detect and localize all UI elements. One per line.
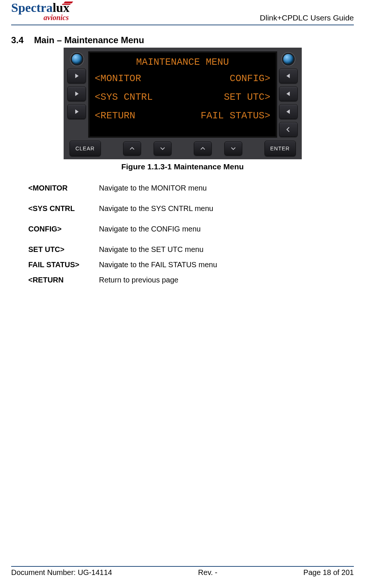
desc-row: CONFIG> Navigate to the CONFIG menu — [28, 225, 354, 233]
desc-term: SET UTC> — [28, 245, 99, 254]
screen-r3: FAIL STATUS> — [201, 111, 270, 121]
status-led-right — [282, 53, 295, 65]
desc-row: <SYS CNTRL Navigate to the SYS CNTRL men… — [28, 204, 354, 213]
desc-row: <RETURN Return to previous page — [28, 276, 354, 284]
screen-row-3: <RETURN FAIL STATUS> — [95, 111, 270, 121]
description-list: <MONITOR Navigate to the MONITOR menu <S… — [28, 184, 354, 284]
section-heading: 3.4 Main – Maintenance Menu — [11, 35, 354, 45]
clear-label: CLEAR — [76, 146, 95, 151]
cdu-device: MAINTENANCE MENU <MONITOR CONFIG> <SYS C… — [64, 48, 302, 159]
desc-text: Navigate to the CONFIG menu — [99, 225, 201, 233]
lsk-l2[interactable] — [67, 86, 86, 101]
play-right-icon — [73, 108, 80, 115]
rocker-up-2[interactable] — [194, 141, 212, 156]
lsk-l3[interactable] — [67, 104, 86, 119]
chevron-up-icon — [200, 146, 206, 151]
chevron-down-icon — [230, 146, 236, 151]
section-title: Main – Maintenance Menu — [34, 35, 144, 45]
chevron-left-icon — [285, 126, 292, 133]
desc-text: Return to previous page — [99, 276, 178, 284]
rsk-r4[interactable] — [279, 122, 298, 137]
chevron-down-icon — [160, 146, 166, 151]
play-left-icon — [285, 108, 292, 115]
desc-term: <SYS CNTRL — [28, 204, 99, 213]
desc-row: <MONITOR Navigate to the MONITOR menu — [28, 184, 354, 192]
footer-docnum: Document Number: UG-14114 — [11, 568, 112, 577]
left-key-column — [67, 51, 87, 138]
desc-text: Navigate to the SYS CNTRL menu — [99, 204, 213, 213]
play-right-icon — [73, 73, 80, 79]
desc-text: Navigate to the MONITOR menu — [99, 184, 207, 192]
enter-label: ENTER — [270, 146, 289, 151]
screen-row-2: <SYS CNTRL SET UTC> — [95, 92, 270, 102]
screen-r1: CONFIG> — [230, 74, 270, 83]
cdu-screen: MAINTENANCE MENU <MONITOR CONFIG> <SYS C… — [88, 51, 277, 138]
lsk-l1[interactable] — [67, 68, 86, 83]
screen-row-1: <MONITOR CONFIG> — [95, 74, 270, 83]
footer-rev: Rev. - — [198, 568, 217, 577]
play-left-icon — [285, 73, 292, 79]
page-header: Spectralux avionics Dlink+CPDLC Users Gu… — [11, 0, 354, 25]
play-right-icon — [73, 90, 80, 97]
rocker-group-1 — [123, 141, 172, 156]
rocker-down-2[interactable] — [224, 141, 242, 156]
rsk-r3[interactable] — [279, 104, 298, 119]
figure-caption: Figure 1.1.3-1 Maintenance Menu — [11, 162, 354, 171]
desc-term: CONFIG> — [28, 225, 99, 233]
page-footer: Document Number: UG-14114 Rev. - Page 18… — [11, 566, 354, 577]
section-number: 3.4 — [11, 35, 23, 45]
footer-page: Page 18 of 201 — [303, 568, 354, 577]
guide-title: Dlink+CPDLC Users Guide — [260, 13, 354, 23]
screen-title: MAINTENANCE MENU — [95, 57, 270, 67]
clear-button[interactable]: CLEAR — [70, 141, 101, 156]
rocker-group-2 — [194, 141, 242, 156]
rocker-down-1[interactable] — [154, 141, 172, 156]
screen-r2: SET UTC> — [224, 92, 270, 102]
screen-l1: <MONITOR — [95, 74, 141, 83]
bottom-key-row: CLEAR — [67, 141, 298, 156]
desc-term: <RETURN — [28, 276, 99, 284]
enter-button[interactable]: ENTER — [265, 141, 296, 156]
right-key-column — [279, 51, 298, 138]
screen-l2: <SYS CNTRL — [95, 92, 153, 102]
brand-logo: Spectralux avionics — [11, 2, 70, 23]
status-led-left — [71, 53, 83, 65]
screen-l3: <RETURN — [95, 111, 135, 121]
desc-term: <MONITOR — [28, 184, 99, 192]
chevron-up-icon — [129, 146, 135, 151]
rsk-r1[interactable] — [279, 68, 298, 83]
desc-row: FAIL STATUS> Navigate to the FAIL STATUS… — [28, 261, 354, 269]
desc-text: Navigate to the FAIL STATUS menu — [99, 261, 217, 269]
desc-row: SET UTC> Navigate to the SET UTC menu — [28, 245, 354, 254]
rsk-r2[interactable] — [279, 86, 298, 101]
desc-text: Navigate to the SET UTC menu — [99, 245, 204, 254]
play-left-icon — [285, 90, 292, 97]
rocker-up-1[interactable] — [123, 141, 141, 156]
desc-term: FAIL STATUS> — [28, 261, 99, 269]
